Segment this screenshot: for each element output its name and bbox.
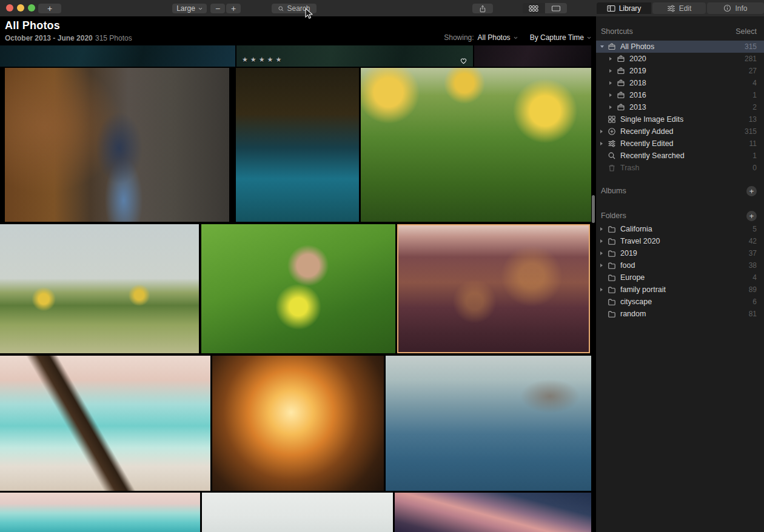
item-label: Recently Added: [620, 127, 745, 136]
item-label: 2020: [629, 55, 745, 63]
sidebar-item-2016[interactable]: 20161: [596, 89, 764, 101]
select-button[interactable]: Select: [736, 27, 757, 36]
box-icon: [617, 91, 625, 99]
share-button[interactable]: [472, 4, 493, 13]
photo-thumbnail-dark-lake[interactable]: [0, 45, 235, 67]
sidebar-folder-california[interactable]: California5: [596, 223, 764, 235]
item-count: 1: [752, 91, 757, 99]
albums-section-header: Albums +: [596, 185, 764, 196]
thumbnail-size-dropdown[interactable]: Large: [172, 4, 207, 13]
sidebar-item-recently-added[interactable]: Recently Added315: [596, 125, 764, 138]
disclosure-closed-icon[interactable]: [600, 128, 608, 135]
disclosure-closed-icon[interactable]: [609, 68, 617, 74]
item-label: Trash: [620, 164, 752, 172]
item-label: random: [620, 310, 749, 318]
item-count: 281: [745, 55, 757, 63]
sidebar-item-recently-edited[interactable]: Recently Edited11: [596, 138, 764, 150]
grid-view-icon: [529, 5, 538, 12]
photo-thumbnail-fire-dancer[interactable]: [212, 356, 384, 491]
photo-thumbnail-dark-forest[interactable]: ★★★★★: [236, 45, 473, 67]
photo-thumbnail-breakdancer[interactable]: [386, 356, 591, 491]
chevron-down-icon: [587, 36, 591, 39]
item-label: All Photos: [620, 42, 745, 51]
photo-thumbnail-sunset-clouds[interactable]: [395, 493, 591, 532]
item-label: California: [620, 225, 752, 233]
photo-thumbnail-dark-portrait[interactable]: [474, 45, 591, 67]
item-count: 315: [745, 127, 757, 136]
sidebar-item-2018[interactable]: 20184: [596, 77, 764, 89]
tab-info-label: Info: [735, 4, 747, 13]
sidebar-folder-family-portrait[interactable]: family portrait89: [596, 284, 764, 296]
share-icon: [479, 5, 486, 13]
tab-edit[interactable]: Edit: [652, 2, 706, 14]
folder-icon: [608, 285, 616, 294]
close-window-button[interactable]: [6, 4, 13, 12]
sidebar-folder-travel-2020[interactable]: Travel 202042: [596, 235, 764, 247]
search-icon: [608, 151, 616, 160]
add-photos-button[interactable]: +: [38, 4, 61, 13]
tab-library[interactable]: Library: [597, 2, 651, 14]
photo-thumbnail-boy-autumn-leaves[interactable]: [5, 68, 229, 222]
zoom-out-label: −: [215, 4, 220, 13]
item-label: 2019: [629, 67, 749, 75]
add-album-button[interactable]: +: [746, 186, 757, 196]
sort-order-dropdown[interactable]: By Capture Time: [530, 33, 591, 42]
chevron-down-icon: [198, 7, 203, 10]
disclosure-closed-icon[interactable]: [600, 238, 608, 244]
disclosure-spacer: [600, 165, 608, 171]
disclosure-closed-icon[interactable]: [600, 226, 608, 232]
disclosure-closed-icon[interactable]: [600, 287, 608, 293]
disclosure-closed-icon[interactable]: [609, 104, 617, 110]
sidebar-item-2013[interactable]: 20132: [596, 101, 764, 113]
photo-thumbnail-family-beach[interactable]: [0, 493, 200, 532]
add-folder-button[interactable]: +: [746, 211, 757, 221]
item-count: 0: [752, 164, 757, 172]
disclosure-closed-icon[interactable]: [609, 80, 617, 86]
photo-thumbnail-sunflower-field[interactable]: [361, 68, 591, 222]
folders-title: Folders: [601, 211, 626, 220]
zoom-window-button[interactable]: [28, 4, 35, 12]
minimize-window-button[interactable]: [17, 4, 24, 12]
disclosure-closed-icon[interactable]: [600, 250, 608, 256]
sidebar-item-recently-searched[interactable]: Recently Searched1: [596, 150, 764, 162]
grid-view-button[interactable]: [523, 3, 545, 13]
photo-thumbnail-girl-in-leaves[interactable]: [201, 224, 395, 353]
sidebar-folder-europe[interactable]: Europe4: [596, 271, 764, 284]
photo-thumbnail-sunflower-walk[interactable]: [0, 224, 199, 353]
thumbnail-zoom-in-button[interactable]: +: [226, 4, 241, 13]
sidebar-folder-food[interactable]: food38: [596, 259, 764, 271]
disclosure-closed-icon[interactable]: [600, 262, 608, 268]
photo-thumbnail-poolside[interactable]: [236, 68, 359, 222]
single-view-button[interactable]: [545, 3, 567, 13]
star-rating[interactable]: ★★★★★: [242, 56, 284, 64]
photo-thumbnail-pale-sky[interactable]: [202, 493, 393, 532]
vertical-scrollbar-thumb[interactable]: [592, 195, 595, 223]
disclosure-open-icon[interactable]: [600, 44, 608, 50]
disclosure-closed-icon[interactable]: [609, 92, 617, 98]
sidebar-item-all-photos[interactable]: All Photos315: [596, 41, 764, 53]
search-icon: [278, 5, 284, 12]
sort-value: By Capture Time: [530, 33, 584, 42]
showing-filter-dropdown[interactable]: All Photos: [478, 33, 518, 42]
sidebar-item-2020[interactable]: 2020281: [596, 53, 764, 65]
sidebar-folder-random[interactable]: random81: [596, 308, 764, 320]
favorite-heart-icon[interactable]: [460, 56, 467, 63]
item-label: cityscape: [620, 298, 752, 306]
thumbnail-size-value: Large: [176, 4, 195, 13]
showing-value: All Photos: [478, 33, 511, 42]
photo-thumbnail-canyon-sunset[interactable]: [397, 224, 590, 353]
search-input[interactable]: Search: [272, 4, 317, 13]
sidebar-item-2019[interactable]: 201927: [596, 65, 764, 77]
item-count: 2: [752, 103, 757, 111]
disclosure-closed-icon[interactable]: [600, 141, 608, 147]
sidebar-folder-2019[interactable]: 201937: [596, 247, 764, 259]
sidebar-folder-cityscape[interactable]: cityscape6: [596, 296, 764, 308]
disclosure-closed-icon[interactable]: [609, 56, 617, 62]
sidebar-item-single-image-edits[interactable]: Single Image Edits13: [596, 113, 764, 125]
tab-info[interactable]: Info: [707, 2, 764, 14]
thumbnail-zoom-out-button[interactable]: −: [210, 4, 225, 13]
item-count: 27: [749, 67, 757, 75]
sidebar-item-trash[interactable]: Trash0: [596, 162, 764, 174]
item-count: 4: [752, 273, 757, 282]
photo-thumbnail-beach-palm[interactable]: [0, 356, 210, 491]
